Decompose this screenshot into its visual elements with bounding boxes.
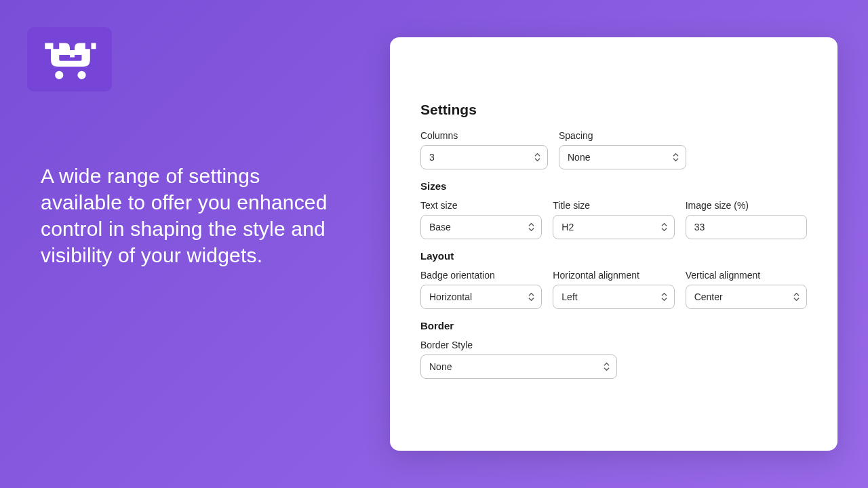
border-style-value: None — [429, 361, 452, 372]
image-size-input[interactable]: 33 — [686, 215, 807, 239]
v-align-select[interactable]: Center — [686, 285, 807, 309]
text-size-value: Base — [429, 222, 451, 232]
h-align-label: Horizontal alignment — [553, 270, 674, 281]
stepper-icon — [528, 293, 534, 302]
title-size-value: H2 — [561, 222, 574, 232]
image-size-value: 33 — [694, 222, 705, 232]
columns-label: Columns — [420, 130, 548, 141]
stepper-icon — [528, 223, 534, 232]
settings-panel: Settings Columns 3 Spacing None — [390, 37, 837, 451]
svg-point-0 — [55, 70, 63, 79]
text-size-field: Text size Base — [420, 200, 542, 239]
title-size-label: Title size — [553, 200, 674, 211]
border-style-select[interactable]: None — [420, 354, 617, 379]
settings-title: Settings — [420, 102, 807, 118]
app-logo — [27, 27, 112, 92]
sizes-heading: Sizes — [420, 180, 807, 192]
spacing-select[interactable]: None — [559, 145, 686, 169]
svg-point-1 — [77, 70, 85, 79]
marketing-tagline: A wide range of settings available to of… — [41, 163, 332, 268]
v-align-label: Vertical alignment — [686, 270, 807, 281]
h-align-value: Left — [561, 291, 577, 302]
stepper-icon — [673, 153, 679, 162]
image-size-field: Image size (%) 33 — [686, 200, 807, 239]
layout-heading: Layout — [420, 250, 807, 262]
image-size-label: Image size (%) — [686, 200, 807, 211]
stepper-icon — [534, 153, 540, 162]
border-style-label: Border Style — [420, 340, 617, 350]
title-size-field: Title size H2 — [553, 200, 674, 239]
columns-field: Columns 3 — [420, 130, 548, 169]
v-align-value: Center — [694, 291, 723, 302]
badge-orientation-field: Badge orientation Horizontal — [420, 270, 542, 309]
cart-logo-icon — [39, 36, 100, 83]
border-style-field: Border Style None — [420, 340, 617, 379]
stepper-icon — [661, 293, 667, 302]
text-size-select[interactable]: Base — [420, 215, 542, 239]
v-align-field: Vertical alignment Center — [686, 270, 807, 309]
badge-orientation-select[interactable]: Horizontal — [420, 285, 542, 309]
columns-value: 3 — [429, 152, 435, 163]
h-align-select[interactable]: Left — [553, 285, 674, 309]
title-size-select[interactable]: H2 — [553, 215, 674, 239]
columns-select[interactable]: 3 — [420, 145, 548, 169]
spacing-field: Spacing None — [559, 130, 686, 169]
badge-orientation-value: Horizontal — [429, 291, 472, 302]
text-size-label: Text size — [420, 200, 542, 211]
badge-orientation-label: Badge orientation — [420, 270, 542, 281]
spacing-label: Spacing — [559, 130, 686, 141]
spacing-value: None — [568, 152, 590, 163]
h-align-field: Horizontal alignment Left — [553, 270, 674, 309]
stepper-icon — [793, 293, 800, 302]
stepper-icon — [661, 223, 667, 232]
border-heading: Border — [420, 320, 807, 331]
stepper-icon — [604, 363, 610, 371]
